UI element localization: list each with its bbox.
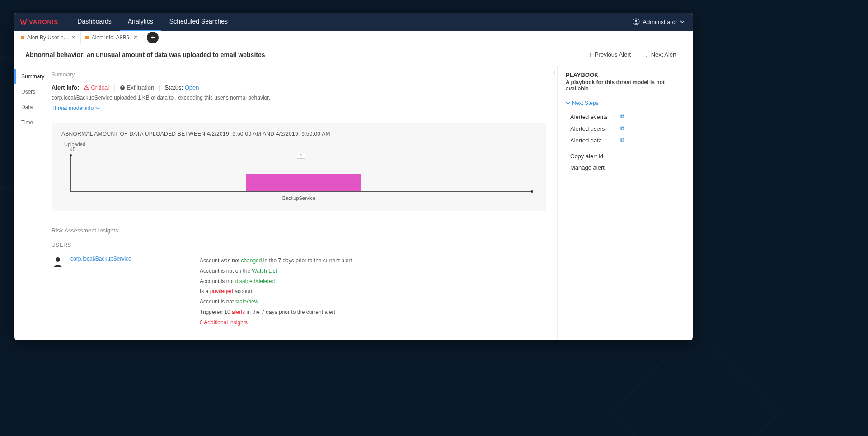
user-icon bbox=[52, 256, 64, 270]
tab-bar: Alert By User n... ✕ Alert Info: A8B6. ✕… bbox=[14, 31, 693, 44]
collapse-panel-button[interactable]: ‹ bbox=[553, 69, 555, 76]
playbook-items: Alerted events⧉ Alerted users⧉ Alerted d… bbox=[570, 111, 685, 146]
tab-label: Alert By User n... bbox=[27, 34, 68, 41]
top-bar: VARONIS Dashboards Analytics Scheduled S… bbox=[14, 13, 693, 31]
threat-model-info-link[interactable]: Threat model info bbox=[52, 105, 100, 111]
risk-user-insights: Account was not changed in the 7 days pr… bbox=[200, 256, 352, 328]
app-window: VARONIS Dashboards Analytics Scheduled S… bbox=[14, 13, 693, 340]
logo-icon bbox=[20, 18, 27, 25]
alerted-events-link[interactable]: Alerted events⧉ bbox=[570, 111, 624, 123]
status-value: Open bbox=[185, 84, 199, 91]
arrow-down-icon: ↓ bbox=[645, 51, 648, 58]
vertical-tabs: Summary Users Data Time bbox=[14, 65, 45, 340]
additional-insights-link[interactable]: 0 Additional insights bbox=[200, 318, 352, 328]
svg-point-5 bbox=[56, 257, 60, 262]
user-menu[interactable]: Administrator bbox=[633, 18, 687, 25]
tab-indicator-icon bbox=[85, 36, 89, 39]
chart-card: ABNORMAL AMOUNT OF DATA UPLOADED BETWEEN… bbox=[52, 123, 546, 211]
status-label: Status: Open bbox=[165, 84, 199, 91]
section-heading: Summary bbox=[52, 71, 546, 78]
chart-ylabel-1: Uploaded bbox=[64, 142, 536, 147]
next-alert-button[interactable]: ↓ Next Alert bbox=[640, 48, 682, 61]
open-external-icon: ⧉ bbox=[620, 125, 624, 132]
title-bar: Abnormal behavior: an unusual amount of … bbox=[14, 44, 693, 65]
risk-users-heading: USERS bbox=[52, 242, 546, 248]
vtab-summary[interactable]: Summary bbox=[14, 69, 45, 84]
alert-info-line: Alert Info: Critical | Exfiltration | St… bbox=[52, 84, 546, 91]
main-content: Summary Alert Info: Critical | Exfiltrat… bbox=[45, 65, 557, 340]
category-badge: Exfiltration bbox=[120, 84, 155, 91]
chart-value-label: 1 bbox=[297, 153, 306, 159]
svg-point-3 bbox=[86, 88, 87, 89]
axis-end-icon bbox=[70, 154, 72, 156]
warning-icon bbox=[84, 85, 89, 90]
user-icon bbox=[633, 18, 640, 25]
playbook-actions: Copy alert id Manage alert bbox=[570, 151, 685, 173]
nav-scheduled-searches[interactable]: Scheduled Searches bbox=[161, 13, 236, 31]
page-title: Abnormal behavior: an unusual amount of … bbox=[25, 51, 265, 58]
content-area: Summary Users Data Time Summary Alert In… bbox=[14, 65, 693, 340]
alerted-data-link[interactable]: Alerted data⧉ bbox=[570, 134, 624, 146]
chevron-down-icon bbox=[566, 102, 570, 104]
risk-heading: Risk Assessment Insights: bbox=[52, 227, 546, 234]
tab-label: Alert Info: A8B6. bbox=[92, 34, 131, 41]
chevron-down-icon bbox=[95, 107, 100, 109]
chart-bar bbox=[246, 174, 361, 192]
risk-user-identity: corp.local\BackupService bbox=[52, 256, 178, 328]
arrow-up-icon: ↑ bbox=[589, 51, 592, 58]
user-link[interactable]: corp.local\BackupService bbox=[70, 256, 131, 262]
nav-dashboards[interactable]: Dashboards bbox=[69, 13, 120, 31]
tab-alert-info[interactable]: Alert Info: A8B6. ✕ bbox=[81, 31, 144, 44]
open-external-icon: ⧉ bbox=[620, 137, 624, 144]
axis-end-icon bbox=[531, 190, 533, 193]
exfiltration-icon bbox=[120, 85, 125, 90]
svg-point-1 bbox=[635, 20, 637, 22]
close-icon[interactable]: ✕ bbox=[71, 34, 76, 41]
risk-users-row: corp.local\BackupService Account was not… bbox=[52, 253, 546, 336]
alerted-users-link[interactable]: Alerted users⧉ bbox=[570, 123, 624, 134]
brand-logo: VARONIS bbox=[20, 18, 58, 25]
alert-description: corp.local\BackupService uploaded 1 KB o… bbox=[52, 95, 546, 101]
playbook-description: A playbook for this threat model is not … bbox=[566, 79, 685, 92]
nav-analytics[interactable]: Analytics bbox=[120, 13, 161, 31]
brand-text: VARONIS bbox=[29, 19, 58, 25]
tab-indicator-icon bbox=[21, 36, 24, 39]
user-name: Administrator bbox=[643, 19, 677, 25]
playbook-title: PLAYBOOK bbox=[566, 71, 685, 78]
open-external-icon: ⧉ bbox=[620, 113, 624, 120]
playbook-panel: ‹ PLAYBOOK A playbook for this threat mo… bbox=[557, 65, 693, 340]
tab-alert-by-user[interactable]: Alert By User n... ✕ bbox=[16, 31, 81, 44]
chart-ylabel-2: KB bbox=[70, 147, 536, 152]
chart-x-label: BackupService bbox=[61, 195, 536, 201]
copy-alert-id-action[interactable]: Copy alert id bbox=[570, 151, 685, 162]
vtab-users[interactable]: Users bbox=[14, 84, 45, 100]
manage-alert-action[interactable]: Manage alert bbox=[570, 162, 685, 173]
alert-info-label: Alert Info: bbox=[52, 84, 79, 91]
severity-badge: Critical bbox=[84, 84, 109, 91]
vtab-data[interactable]: Data bbox=[14, 100, 45, 115]
vtab-time[interactable]: Time bbox=[14, 115, 45, 130]
previous-alert-button[interactable]: ↑ Previous Alert bbox=[583, 48, 636, 61]
chart-plot: 1 bbox=[70, 156, 532, 192]
chevron-down-icon bbox=[680, 20, 685, 23]
top-nav: Dashboards Analytics Scheduled Searches bbox=[69, 13, 236, 31]
chart-title: ABNORMAL AMOUNT OF DATA UPLOADED BETWEEN… bbox=[61, 131, 536, 137]
close-icon[interactable]: ✕ bbox=[133, 34, 138, 41]
next-steps-toggle[interactable]: Next Steps bbox=[566, 100, 685, 106]
add-tab-button[interactable]: + bbox=[147, 32, 159, 43]
